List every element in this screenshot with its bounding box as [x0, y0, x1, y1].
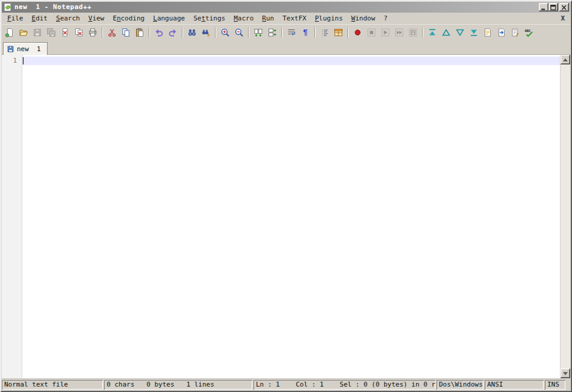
nav-triangle-down-bar-icon	[469, 28, 479, 37]
undo-button[interactable]	[152, 26, 166, 39]
indent-guide-icon	[320, 28, 329, 37]
nav-triangle-down-bar-button[interactable]	[467, 26, 480, 39]
new-file-icon	[5, 28, 14, 37]
page-arrow-icon	[497, 28, 506, 37]
zoom-in-button[interactable]	[219, 26, 232, 39]
cut-button[interactable]	[105, 26, 119, 39]
cut-icon	[107, 28, 117, 37]
status-resize-grip	[567, 380, 570, 390]
macro-play-button[interactable]	[379, 26, 392, 39]
scroll-up-button[interactable]	[561, 55, 570, 64]
close-all-icon	[74, 28, 84, 37]
text-caret	[23, 57, 23, 64]
menu-textfx[interactable]: TextFX	[278, 13, 311, 23]
toolbar-separator	[314, 27, 316, 38]
scroll-down-button[interactable]	[561, 369, 570, 378]
paste-button[interactable]	[133, 26, 146, 39]
macro-stop-icon	[367, 28, 376, 37]
page-pen-button[interactable]	[509, 26, 522, 39]
app-icon	[3, 2, 13, 12]
macro-record-button[interactable]	[351, 26, 364, 39]
text-area[interactable]	[22, 55, 560, 378]
tab-new-1[interactable]: new 1	[3, 42, 48, 55]
close-document-button[interactable]: X	[555, 14, 570, 22]
menu-file[interactable]: File	[3, 13, 28, 23]
zoom-out-icon	[234, 28, 244, 37]
menu-window[interactable]: Window	[347, 13, 379, 23]
macro-save-icon	[408, 28, 418, 37]
menu-help[interactable]: ?	[379, 13, 392, 23]
nav-triangle-up-bar-button[interactable]	[426, 26, 439, 39]
tab-label: new 1	[17, 45, 41, 53]
open-file-button[interactable]	[17, 26, 30, 39]
status-bar: Normal text file 0 chars 0 bytes 1 lines…	[2, 378, 570, 390]
menu-macro[interactable]: Macro	[229, 13, 258, 23]
menu-language[interactable]: Language	[149, 13, 189, 23]
replace-button[interactable]	[199, 26, 213, 39]
save-file-icon	[33, 28, 42, 37]
close-button[interactable]	[559, 3, 569, 11]
page-yellow-icon	[483, 28, 493, 37]
new-file-button[interactable]	[3, 26, 16, 39]
toolbar-separator	[422, 27, 423, 38]
toolbar-separator	[149, 27, 150, 38]
close-file-button[interactable]	[58, 26, 72, 39]
menu-run[interactable]: Run	[258, 13, 278, 23]
menu-settings[interactable]: Settings	[189, 13, 229, 23]
nav-triangle-down-button[interactable]	[453, 26, 467, 39]
arrow-down-icon	[563, 372, 568, 375]
macro-save-button[interactable]	[406, 26, 420, 39]
word-wrap-button[interactable]	[285, 26, 298, 39]
toolbar-separator	[215, 27, 216, 38]
sync-horizontal-button[interactable]	[266, 26, 279, 39]
redo-button[interactable]	[166, 26, 179, 39]
titlebar[interactable]: new 1 - Notepad++	[2, 2, 570, 13]
user-define-dialog-button[interactable]	[332, 26, 345, 39]
zoom-out-button[interactable]	[232, 26, 246, 39]
save-all-button[interactable]	[45, 26, 58, 39]
menu-edit[interactable]: Edit	[28, 13, 52, 23]
maximize-button[interactable]	[549, 3, 558, 11]
titlebar-buttons	[539, 3, 569, 11]
word-wrap-icon	[287, 28, 296, 37]
print-button[interactable]	[86, 26, 99, 39]
save-file-button[interactable]	[31, 26, 44, 39]
paste-icon	[135, 28, 145, 37]
close-all-button[interactable]	[72, 26, 85, 39]
sync-vertical-button[interactable]	[252, 26, 265, 39]
nav-triangle-up-button[interactable]	[440, 26, 453, 39]
status-typing-mode: INS	[545, 380, 565, 390]
show-all-characters-button[interactable]: ¶	[299, 26, 312, 39]
menu-encoding[interactable]: Encoding	[108, 13, 149, 23]
macro-run-multiple-button[interactable]	[393, 26, 406, 39]
sync-horizontal-icon	[267, 28, 277, 37]
macro-stop-button[interactable]	[365, 26, 378, 39]
page-arrow-button[interactable]	[495, 26, 508, 39]
print-icon	[88, 28, 98, 37]
status-encoding: ANSI	[485, 380, 544, 390]
vertical-scrollbar[interactable]	[560, 55, 570, 378]
copy-button[interactable]	[119, 26, 132, 39]
minimize-button[interactable]	[539, 3, 549, 11]
scroll-track[interactable]	[561, 64, 570, 369]
spell-check-button[interactable]: ABC	[523, 26, 536, 39]
indent-guide-button[interactable]	[318, 26, 331, 39]
user-define-dialog-icon	[334, 28, 343, 37]
copy-icon	[121, 28, 131, 37]
status-document-stats: 0 chars 0 bytes 1 lines	[104, 380, 252, 390]
macro-run-multiple-icon	[394, 28, 404, 37]
spell-check-icon: ABC	[524, 28, 534, 37]
find-button[interactable]	[185, 26, 199, 39]
toolbar-separator	[281, 27, 282, 38]
tab-bar: new 1	[2, 40, 570, 54]
save-all-icon	[46, 28, 56, 37]
minimize-icon	[541, 3, 547, 12]
zoom-in-icon	[220, 28, 230, 37]
sync-vertical-icon	[253, 28, 263, 37]
menu-search[interactable]: Search	[52, 13, 84, 23]
page-yellow-button[interactable]	[481, 26, 494, 39]
menu-view[interactable]: View	[84, 13, 109, 23]
menu-plugins[interactable]: Plugins	[311, 13, 347, 23]
macro-play-icon	[381, 28, 390, 37]
find-icon	[187, 28, 197, 37]
